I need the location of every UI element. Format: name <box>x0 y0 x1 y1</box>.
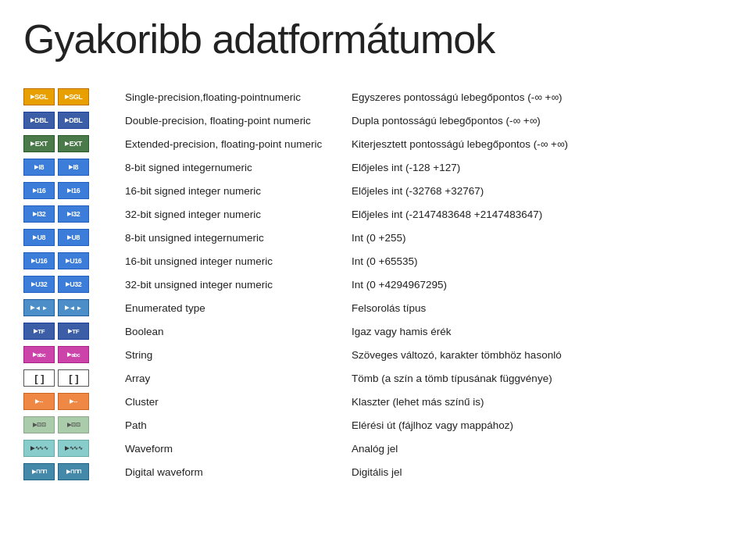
badge-u8-1: U8 <box>23 229 55 246</box>
table-row: DBLDBLDouble-precision, floating-point n… <box>23 109 727 131</box>
badge-ext-1: EXT <box>23 135 55 152</box>
type-desc: Klaszter (lehet más színű is) <box>336 396 727 408</box>
table-row: ······ClusterKlaszter (lehet más színű i… <box>23 391 727 412</box>
type-label: Cluster <box>117 396 336 408</box>
badge-bool-1: TF <box>23 323 55 340</box>
type-desc: Dupla pontosságú lebegőpontos (-∞ +∞) <box>336 115 727 127</box>
icons-col: SGLSGL <box>23 88 117 105</box>
badge-i16-2: I16 <box>58 182 89 199</box>
table-row: U16U1616-bit unsigned integer numericInt… <box>23 250 727 272</box>
type-label: Single-precision,floating-pointnumeric <box>117 91 336 103</box>
badge-path-2: ⊡⊡ <box>58 416 89 433</box>
icons-col: ······ <box>23 393 117 410</box>
badge-dbl-1: DBL <box>23 112 55 129</box>
type-label: Enumerated type <box>117 302 336 314</box>
badge-sgl-1: SGL <box>23 88 55 105</box>
icons-col: I8I8 <box>23 159 117 176</box>
icons-col: abcabc <box>23 346 117 363</box>
badge-u32-1: U32 <box>23 276 55 293</box>
icons-col: U16U16 <box>23 252 117 269</box>
badge-i32-1: I32 <box>23 205 55 223</box>
type-label: Waveform <box>117 443 336 455</box>
table-row: TFTFBooleanIgaz vagy hamis érék <box>23 320 727 342</box>
badge-cluster-1: ··· <box>23 393 55 410</box>
table-row: ⊡⊡⊡⊡PathElérési út (fájlhoz vagy mappáho… <box>23 414 727 436</box>
type-desc: Kiterjesztett pontosságú lebegőpontos (-… <box>336 138 727 150</box>
badge-arr-2: [ ] <box>58 369 89 387</box>
icons-col: ∿∿∿∿∿∿ <box>23 440 117 457</box>
badge-i32-2: I32 <box>58 205 89 223</box>
type-label: Digital waveform <box>117 466 336 478</box>
table-row: ◄ ►◄ ►Enumerated typeFelsorolás típus <box>23 297 727 319</box>
type-label: 16-bit unsigned integer numeric <box>117 255 336 267</box>
type-desc: Int (0 +4294967295) <box>336 279 727 291</box>
type-desc: Egyszeres pontosságú lebegőpontos (-∞ +∞… <box>336 91 727 103</box>
type-desc: Igaz vagy hamis érék <box>336 326 727 337</box>
type-label: Path <box>117 419 336 431</box>
type-desc: Felsorolás típus <box>336 302 727 314</box>
type-label: 8-bit signed integernumeric <box>117 162 336 173</box>
icons-col: EXTEXT <box>23 135 117 152</box>
table-row: ∿∿∿∿∿∿WaveformAnalóg jel <box>23 437 727 459</box>
badge-path-1: ⊡⊡ <box>23 416 55 433</box>
table-row: abcabcStringSzöveges változó, karakter t… <box>23 344 727 366</box>
badge-wave-1: ∿∿∿ <box>23 440 55 457</box>
badge-wave-2: ∿∿∿ <box>58 440 89 457</box>
badge-cluster-2: ··· <box>58 393 89 410</box>
badge-u8-2: U8 <box>58 229 89 246</box>
badge-sgl-2: SGL <box>58 88 89 105</box>
type-label: Extended-precision, floating-point numer… <box>117 138 336 150</box>
icons-col: ◄ ►◄ ► <box>23 299 117 316</box>
table-row: U32U3232-bit unsigned integer numericInt… <box>23 273 727 295</box>
type-label: String <box>117 349 336 361</box>
type-desc: Előjeles int (-32768 +32767) <box>336 185 727 197</box>
icons-col: DBLDBL <box>23 112 117 129</box>
table-row: [ ][ ]ArrayTömb (a szín a tömb típusának… <box>23 367 727 389</box>
icons-col: U32U32 <box>23 276 117 293</box>
type-desc: Előjeles int (-128 +127) <box>336 162 727 173</box>
type-label: Array <box>117 373 336 384</box>
badge-u16-1: U16 <box>23 252 55 269</box>
table-row: I32I3232-bit signed integer numericElője… <box>23 203 727 225</box>
type-desc: Int (0 +65535) <box>336 255 727 267</box>
table-row: ⊓⊓⊓⊓⊓⊓Digital waveformDigitális jel <box>23 461 727 483</box>
badge-u32-2: U32 <box>58 276 89 293</box>
icons-col: I32I32 <box>23 205 117 223</box>
badge-dwave-2: ⊓⊓⊓ <box>58 463 89 480</box>
type-desc: Int (0 +255) <box>336 232 727 244</box>
badge-ext-2: EXT <box>58 135 89 152</box>
icons-col: [ ][ ] <box>23 369 117 387</box>
badge-enum-1: ◄ ► <box>23 299 55 316</box>
badge-u16-2: U16 <box>58 252 89 269</box>
table-row: U8U88-bit unsigned integernumericInt (0 … <box>23 226 727 248</box>
badge-dbl-2: DBL <box>58 112 89 129</box>
badge-i8-2: I8 <box>58 159 89 176</box>
data-table: SGLSGLSingle-precision,floating-pointnum… <box>23 86 727 483</box>
type-label: 32-bit unsigned integer numeric <box>117 279 336 291</box>
icons-col: I16I16 <box>23 182 117 199</box>
badge-str-1: abc <box>23 346 55 363</box>
type-label: Boolean <box>117 326 336 337</box>
table-row: I16I1616-bit signed integer numericElője… <box>23 180 727 202</box>
badge-i8-1: I8 <box>23 159 55 176</box>
type-label: Double-precision, floating-point numeric <box>117 115 336 127</box>
type-desc: Digitális jel <box>336 466 727 478</box>
badge-bool-2: TF <box>58 323 89 340</box>
table-row: I8I88-bit signed integernumericElőjeles … <box>23 156 727 178</box>
icons-col: ⊡⊡⊡⊡ <box>23 416 117 433</box>
type-label: 8-bit unsigned integernumeric <box>117 232 336 244</box>
type-desc: Szöveges változó, karakter tömbhöz hason… <box>336 349 727 361</box>
type-desc: Tömb (a szín a tömb típusának függvénye) <box>336 373 727 384</box>
badge-i16-1: I16 <box>23 182 55 199</box>
type-label: 32-bit signed integer numeric <box>117 209 336 220</box>
type-desc: Előjeles int (-2147483648 +2147483647) <box>336 209 727 220</box>
badge-dwave-1: ⊓⊓⊓ <box>23 463 55 480</box>
icons-col: U8U8 <box>23 229 117 246</box>
icons-col: ⊓⊓⊓⊓⊓⊓ <box>23 463 117 480</box>
type-desc: Analóg jel <box>336 443 727 455</box>
badge-str-2: abc <box>58 346 89 363</box>
icons-col: TFTF <box>23 323 117 340</box>
badge-enum-2: ◄ ► <box>58 299 89 316</box>
page-title: Gyakoribb adatformátumok <box>23 16 727 62</box>
table-row: EXTEXTExtended-precision, floating-point… <box>23 133 727 155</box>
